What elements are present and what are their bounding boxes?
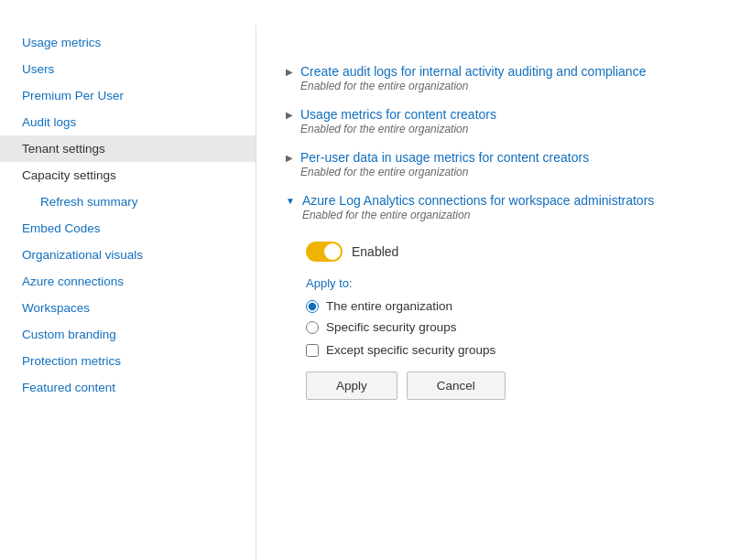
radio-label-entire-org: The entire organization	[326, 299, 452, 313]
radio-item-entire-org[interactable]: The entire organization	[306, 299, 711, 313]
sidebar-item-audit-logs[interactable]: Audit logs	[0, 109, 256, 135]
sidebar-item-label-organizational-visuals: Organizational visuals	[22, 248, 143, 262]
setting-arrow-per-user-data: ▶	[286, 153, 293, 163]
app-container: Usage metricsUsersPremium Per UserAudit …	[0, 0, 740, 560]
sidebar-item-label-users: Users	[22, 62, 54, 76]
sidebar-item-users[interactable]: Users	[0, 56, 256, 82]
setting-header-azure-log-analytics[interactable]: ▼Azure Log Analytics connections for wor…	[286, 189, 711, 225]
sidebar-item-custom-branding[interactable]: Custom branding	[0, 321, 256, 348]
setting-name-create-audit-logs: Create audit logs for internal activity …	[300, 64, 646, 79]
setting-header-create-audit-logs[interactable]: ▶Create audit logs for internal activity…	[286, 60, 711, 96]
toggle-row: Enabled	[306, 242, 711, 262]
sidebar-item-protection-metrics[interactable]: Protection metrics	[0, 348, 256, 374]
sidebar-item-label-embed-codes: Embed Codes	[22, 221, 101, 235]
radio-item-specific-groups[interactable]: Specific security groups	[306, 320, 711, 334]
sidebar-item-refresh-summary[interactable]: Refresh summary	[0, 188, 256, 215]
except-groups-checkbox-item[interactable]: Except specific security groups	[306, 343, 711, 357]
sidebar-item-usage-metrics[interactable]: Usage metrics	[0, 29, 256, 56]
toggle-switch[interactable]	[306, 242, 343, 262]
setting-info-azure-log-analytics: Azure Log Analytics connections for work…	[302, 193, 654, 221]
sidebar-item-workspaces[interactable]: Workspaces	[0, 295, 256, 321]
setting-arrow-create-audit-logs: ▶	[286, 67, 293, 77]
sidebar-item-label-premium-per-user: Premium Per User	[22, 89, 124, 102]
setting-item-usage-metrics-creators: ▶Usage metrics for content creatorsEnabl…	[286, 103, 711, 139]
sidebar-item-label-workspaces: Workspaces	[22, 301, 90, 315]
sidebar-item-label-protection-metrics: Protection metrics	[22, 354, 121, 368]
sidebar-item-label-audit-logs: Audit logs	[22, 115, 76, 129]
content-panel: ▶Create audit logs for internal activity…	[256, 26, 740, 560]
setting-name-usage-metrics-creators: Usage metrics for content creators	[300, 107, 496, 122]
setting-item-azure-log-analytics: ▼Azure Log Analytics connections for wor…	[286, 189, 711, 407]
setting-subtitle-create-audit-logs: Enabled for the entire organization	[300, 80, 646, 92]
sidebar-item-label-usage-metrics: Usage metrics	[22, 36, 101, 49]
sidebar-item-label-custom-branding: Custom branding	[22, 328, 116, 341]
sidebar-item-embed-codes[interactable]: Embed Codes	[0, 215, 256, 242]
sidebar-item-premium-per-user[interactable]: Premium Per User	[0, 82, 256, 109]
cancel-button[interactable]: Cancel	[407, 372, 506, 400]
radio-group: The entire organizationSpecific security…	[306, 299, 711, 334]
sidebar-item-featured-content[interactable]: Featured content	[0, 374, 256, 401]
setting-item-create-audit-logs: ▶Create audit logs for internal activity…	[286, 60, 711, 96]
sidebar-item-label-tenant-settings: Tenant settings	[22, 142, 105, 156]
sidebar-item-label-refresh-summary: Refresh summary	[40, 195, 138, 209]
except-groups-label: Except specific security groups	[326, 343, 495, 357]
sidebar-item-label-azure-connections: Azure connections	[22, 275, 124, 288]
setting-subtitle-usage-metrics-creators: Enabled for the entire organization	[300, 123, 496, 135]
sidebar-item-azure-connections[interactable]: Azure connections	[0, 268, 256, 295]
button-row: ApplyCancel	[306, 372, 711, 400]
sidebar-item-tenant-settings[interactable]: Tenant settings	[0, 135, 256, 162]
sidebar-item-capacity-settings: Capacity settings	[0, 162, 256, 188]
setting-info-usage-metrics-creators: Usage metrics for content creatorsEnable…	[300, 107, 496, 135]
setting-name-per-user-data: Per-user data in usage metrics for conte…	[300, 150, 589, 165]
setting-info-per-user-data: Per-user data in usage metrics for conte…	[300, 150, 589, 178]
sidebar-item-label-featured-content: Featured content	[22, 381, 115, 394]
sidebar-item-label-capacity-settings: Capacity settings	[22, 168, 116, 182]
setting-subtitle-per-user-data: Enabled for the entire organization	[300, 166, 589, 178]
setting-item-per-user-data: ▶Per-user data in usage metrics for cont…	[286, 146, 711, 182]
expanded-section: EnabledApply to:The entire organizationS…	[306, 234, 711, 407]
setting-header-usage-metrics-creators[interactable]: ▶Usage metrics for content creatorsEnabl…	[286, 103, 711, 139]
apply-to-label: Apply to:	[306, 276, 711, 290]
apply-button[interactable]: Apply	[306, 372, 397, 400]
setting-arrow-azure-log-analytics: ▼	[286, 196, 295, 206]
page-header	[0, 0, 740, 26]
main-content: Usage metricsUsersPremium Per UserAudit …	[0, 26, 740, 560]
setting-subtitle-azure-log-analytics: Enabled for the entire organization	[302, 209, 654, 221]
setting-header-per-user-data[interactable]: ▶Per-user data in usage metrics for cont…	[286, 146, 711, 182]
setting-info-create-audit-logs: Create audit logs for internal activity …	[300, 64, 646, 92]
sidebar-item-organizational-visuals[interactable]: Organizational visuals	[0, 242, 256, 268]
toggle-label: Enabled	[352, 244, 398, 259]
radio-label-specific-groups: Specific security groups	[326, 320, 457, 334]
setting-arrow-usage-metrics-creators: ▶	[286, 110, 293, 120]
settings-list: ▶Create audit logs for internal activity…	[286, 60, 711, 407]
setting-name-azure-log-analytics: Azure Log Analytics connections for work…	[302, 193, 654, 208]
sidebar: Usage metricsUsersPremium Per UserAudit …	[0, 26, 256, 560]
